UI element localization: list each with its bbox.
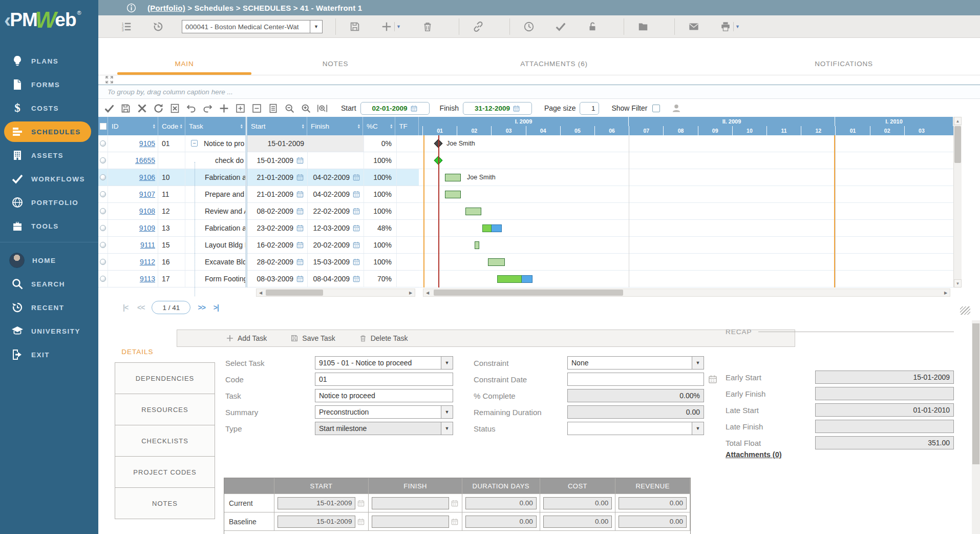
calendar-icon[interactable] [708,374,718,384]
sidebar-item-tools[interactable]: TOOLS [0,214,98,238]
chevron-down-icon[interactable]: ▼ [441,422,453,435]
table-row[interactable]: 910711Prepare and l [98,186,246,203]
sidebar-item-forms[interactable]: FORMS [0,73,98,96]
sidebar-item-home[interactable]: HOME [0,249,98,272]
pager-prev-button[interactable]: << [137,303,144,312]
expand-grid-icon[interactable] [105,75,114,84]
row-radio[interactable] [100,140,106,147]
calendar-icon[interactable] [410,105,418,112]
scrollbar-thumb[interactable] [266,290,323,296]
pager-last-button[interactable]: >| [214,303,219,312]
column-header-code[interactable]: Code▲▼ [158,117,185,135]
sidebar-item-schedules[interactable]: SCHEDULES [0,120,98,143]
table-row-dates[interactable]: 21-01-200904-02-2009100% [247,169,419,186]
calendar-icon[interactable] [296,207,304,215]
link-icon[interactable] [473,15,484,38]
column-header-finish[interactable]: Finish▲▼ [307,117,363,135]
sidebar-item-plans[interactable]: PLANS [0,49,98,73]
export-excel-icon[interactable] [169,103,180,114]
chevron-down-icon[interactable]: ▼ [394,22,401,31]
row-radio[interactable] [100,242,106,248]
redo-icon[interactable] [202,103,213,114]
table-row-dates[interactable]: 15-01-20090% [247,135,419,152]
gantt-bar[interactable] [482,224,502,232]
table-row[interactable]: 910610Fabrication a [98,169,246,186]
folder-icon[interactable] [637,15,649,38]
table-row-dates[interactable]: 21-01-200904-02-2009100% [247,186,419,203]
pager-first-button[interactable]: |< [123,303,128,312]
scrollbar-thumb[interactable] [434,290,623,296]
scrollbar-thumb[interactable] [972,323,979,464]
collapse-all-icon[interactable] [251,103,262,114]
table-row-dates[interactable]: 16-02-200920-02-2009100% [247,237,419,254]
delete-icon[interactable] [422,15,433,38]
table-row[interactable]: 910812Review and A [98,203,246,220]
task-id-link[interactable]: 9112 [140,258,155,266]
undo-icon[interactable] [186,103,197,114]
row-radio[interactable] [100,157,106,163]
task-id-link[interactable]: 16655 [135,156,155,165]
cancel-icon[interactable] [137,103,147,114]
scroll-right-icon[interactable]: ▶ [407,289,415,296]
sidebar-item-university[interactable]: UNIVERSITY [0,319,98,343]
code-field[interactable]: 01 [315,373,453,386]
tab-resources[interactable]: RESOURCES [115,394,215,425]
sidebar-item-assets[interactable]: ASSETS [0,143,98,167]
calendar-icon[interactable] [296,258,304,266]
task-id-link[interactable]: 9107 [139,190,155,198]
pager-current-page[interactable]: 1 / 41 [152,301,190,314]
sort-icon[interactable]: ▲▼ [240,124,243,129]
select-all-checkbox[interactable] [100,123,106,130]
add-icon[interactable] [219,103,229,114]
sort-icon[interactable]: ▲▼ [180,124,183,129]
clock-icon[interactable] [523,15,535,38]
scrollbar-thumb[interactable] [954,126,961,163]
show-filter-checkbox[interactable] [652,105,660,112]
column-header-start[interactable]: Start▲▼ [247,117,307,135]
grid-resize-handle[interactable] [960,306,970,315]
task-field[interactable]: Notice to proceed [315,389,453,402]
chevron-down-icon[interactable]: ▼ [733,22,740,31]
calendar-icon[interactable] [513,105,520,112]
type-dropdown[interactable]: Start milestone ▼ [315,422,453,435]
tab-details[interactable]: DETAILS [98,331,177,360]
table-row-dates[interactable]: 08-02-200922-02-2009100% [247,203,419,220]
table-row[interactable]: 910501−Notice to pro [98,135,246,152]
table-row-dates[interactable]: 15-01-2009100% [247,152,419,169]
pager-next-button[interactable]: >> [198,303,205,312]
ordered-list-icon[interactable] [121,15,132,38]
table-row[interactable]: 911317Form Footing [98,271,246,287]
breadcrumb-portfolio-link[interactable]: (Portfolio) [147,4,185,12]
chevron-down-icon[interactable]: ▼ [310,20,322,33]
row-radio[interactable] [100,191,106,197]
save-icon[interactable] [349,15,360,38]
unlock-icon[interactable] [587,15,598,38]
dates-horizontal-scrollbar[interactable]: ◀ ▶ [256,289,415,297]
gantt-bar[interactable] [465,208,481,215]
collapse-icon[interactable]: − [191,140,198,147]
calendar-icon[interactable] [296,190,304,198]
chevron-down-icon[interactable]: ▼ [692,357,704,369]
table-row[interactable]: 910913Fabrication a [98,220,246,237]
history-icon[interactable] [153,15,164,38]
sort-icon[interactable]: ▲▼ [301,124,304,129]
column-header-tf[interactable]: TF [395,117,419,135]
document-view-icon[interactable] [268,103,279,114]
row-radio[interactable] [100,208,106,214]
sidebar-item-portfolio[interactable]: PORTFOLIO [0,191,98,214]
refresh-icon[interactable] [153,103,164,114]
finish-date-input[interactable]: 31-12-2009 [463,102,532,115]
gantt-bar[interactable] [445,174,461,181]
calendar-icon[interactable] [296,156,304,165]
group-by-bar[interactable]: To group by, drag column caption here ..… [98,85,980,99]
task-id-link[interactable]: 9108 [139,207,155,215]
task-id-link[interactable]: 9113 [140,275,155,283]
scroll-right-icon[interactable]: ▶ [942,289,950,296]
expand-all-icon[interactable] [235,103,246,114]
table-row[interactable]: 911115Layout Bldg F [98,237,246,254]
summary-dropdown[interactable]: Preconstruction ▼ [315,405,453,419]
confirm-icon[interactable] [104,103,115,114]
page-vertical-scrollbar[interactable] [972,320,980,534]
zoom-out-icon[interactable] [284,103,295,114]
scroll-left-icon[interactable]: ◀ [257,289,265,296]
